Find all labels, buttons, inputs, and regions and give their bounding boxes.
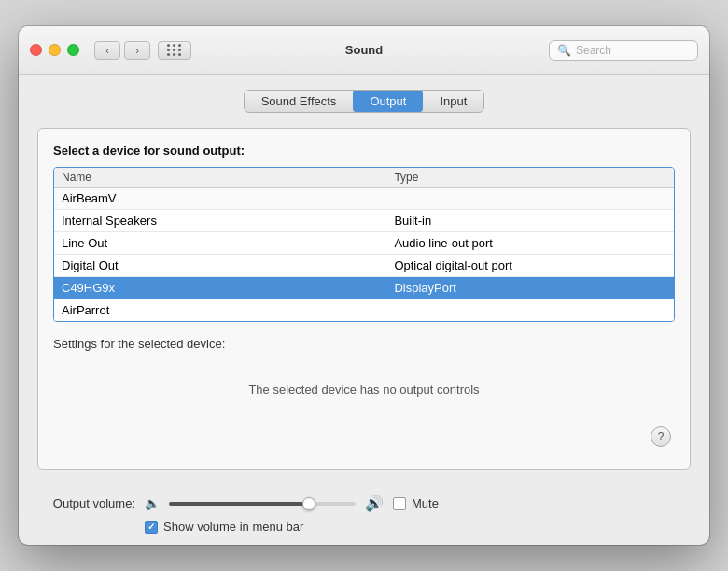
- help-btn-row: ?: [53, 426, 675, 447]
- volume-row: Output volume: 🔈 🔊 Mute: [37, 494, 691, 512]
- table-row[interactable]: Internal Speakers Built-in: [54, 210, 674, 232]
- tab-group: Sound Effects Output Input: [244, 90, 485, 113]
- device-name: AirBeamV: [62, 191, 394, 205]
- tabs-row: Sound Effects Output Input: [37, 90, 691, 113]
- forward-button[interactable]: ›: [124, 41, 150, 60]
- device-name: Digital Out: [62, 258, 394, 272]
- bottom-bar: Output volume: 🔈 🔊 Mute Show volume in m…: [19, 485, 709, 545]
- titlebar: ‹ › Sound 🔍 Search: [19, 26, 709, 75]
- mute-area[interactable]: Mute: [393, 496, 439, 510]
- content-area: Sound Effects Output Input Select a devi…: [19, 75, 709, 485]
- back-button[interactable]: ‹: [94, 41, 120, 60]
- table-row[interactable]: AirParrot: [54, 299, 674, 321]
- search-box[interactable]: 🔍 Search: [549, 40, 698, 61]
- search-placeholder: Search: [576, 44, 611, 57]
- main-window: ‹ › Sound 🔍 Search Sound Effects Output …: [19, 26, 709, 545]
- traffic-lights: [30, 44, 79, 56]
- grid-icon: [167, 44, 182, 56]
- volume-high-icon: 🔊: [365, 494, 384, 512]
- device-name: C49HG9x: [62, 281, 394, 295]
- table-header: Name Type: [54, 168, 674, 188]
- device-name: Internal Speakers: [62, 214, 394, 228]
- table-row-selected[interactable]: C49HG9x DisplayPort: [54, 277, 674, 299]
- volume-label: Output volume:: [37, 496, 135, 510]
- help-button[interactable]: ?: [651, 426, 671, 447]
- device-type: [394, 191, 666, 205]
- volume-slider[interactable]: [169, 502, 356, 506]
- maximize-button[interactable]: [67, 44, 79, 56]
- column-name-header: Name: [62, 171, 394, 184]
- slider-thumb[interactable]: [302, 497, 315, 510]
- mute-checkbox[interactable]: [393, 497, 406, 510]
- window-title: Sound: [345, 43, 383, 57]
- column-type-header: Type: [394, 171, 666, 184]
- table-row[interactable]: Line Out Audio line-out port: [54, 232, 674, 255]
- show-volume-row[interactable]: Show volume in menu bar: [145, 520, 691, 534]
- device-type: DisplayPort: [394, 281, 666, 295]
- tab-input[interactable]: Input: [423, 91, 483, 112]
- grid-button[interactable]: [158, 41, 191, 60]
- close-button[interactable]: [30, 44, 42, 56]
- device-type: [394, 303, 666, 317]
- volume-low-icon: 🔈: [145, 496, 160, 510]
- device-name: Line Out: [62, 236, 394, 250]
- search-icon: 🔍: [557, 44, 571, 57]
- minimize-button[interactable]: [49, 44, 61, 56]
- tab-output[interactable]: Output: [353, 91, 423, 112]
- show-volume-checkbox[interactable]: [145, 521, 158, 534]
- device-type: Audio line-out port: [394, 236, 666, 250]
- nav-buttons: ‹ ›: [94, 41, 150, 60]
- device-table: Name Type AirBeamV Internal Speakers Bui…: [53, 167, 675, 322]
- device-type: Built-in: [394, 214, 666, 228]
- section-title: Select a device for sound output:: [53, 144, 675, 158]
- device-name: AirParrot: [62, 303, 394, 317]
- table-row[interactable]: AirBeamV: [54, 188, 674, 210]
- settings-label: Settings for the selected device:: [53, 337, 675, 351]
- device-type: Optical digital-out port: [394, 258, 666, 272]
- mute-label: Mute: [412, 496, 439, 510]
- no-controls-text: The selected device has no output contro…: [53, 360, 675, 426]
- show-volume-label: Show volume in menu bar: [163, 520, 303, 534]
- slider-fill: [169, 502, 309, 506]
- output-panel: Select a device for sound output: Name T…: [37, 128, 691, 470]
- tab-sound-effects[interactable]: Sound Effects: [245, 91, 354, 112]
- table-row[interactable]: Digital Out Optical digital-out port: [54, 255, 674, 277]
